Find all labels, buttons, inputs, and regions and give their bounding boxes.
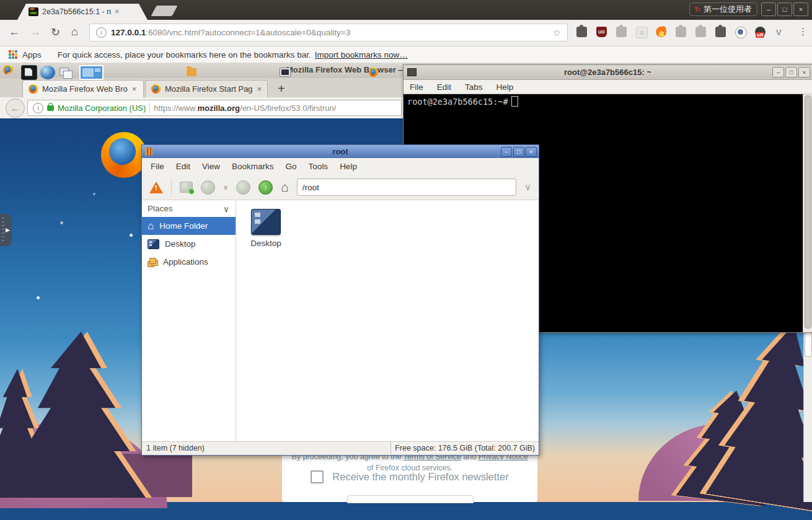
desktop-icon <box>148 239 159 249</box>
iconify-windows-icon[interactable] <box>58 66 73 79</box>
menu-launcher-icon[interactable] <box>3 66 18 79</box>
window-minimize-button[interactable]: – <box>761 2 776 16</box>
file-item-desktop[interactable]: Desktop <box>246 209 286 248</box>
terminal-scrollbar[interactable] <box>803 94 812 332</box>
extension-puzzle-icon-5[interactable] <box>715 27 726 37</box>
terminal-scrollbar-thumb[interactable] <box>805 95 811 328</box>
newsletter-label: Receive the monthly Firefox newsletter <box>332 471 508 483</box>
fm-statusbar: 1 item (7 hidden) Free space: 176.5 GiB … <box>142 441 539 454</box>
fm-path-input[interactable]: /root <box>297 178 516 196</box>
chrome-url-bar[interactable]: i 127.0.0.1:6080/vnc.html?autoconnect=1&… <box>89 24 568 42</box>
apps-grid-icon[interactable] <box>9 50 17 59</box>
chrome-menu-icon[interactable]: ⋮ <box>798 26 808 37</box>
fm-title: root <box>142 147 539 156</box>
expand-arrow-icon: ▶ <box>6 227 10 233</box>
workspace-1[interactable] <box>79 65 104 80</box>
sidebar-item-desktop[interactable]: Desktop <box>142 235 236 253</box>
user-badge-icon: ↻ <box>695 6 700 14</box>
firefox-new-tab-icon[interactable]: + <box>278 82 285 96</box>
extension-puzzle-icon-2[interactable] <box>616 27 627 37</box>
history-chevron-icon[interactable]: ∨ <box>223 183 228 192</box>
extension-puzzle-icon-3[interactable] <box>676 27 686 37</box>
fm-menu-view[interactable]: View <box>202 162 220 171</box>
terminal-titlebar[interactable]: root@2e3a7b566c15: ~ – □ × <box>404 65 812 80</box>
fm-menu-help[interactable]: Help <box>340 162 357 171</box>
novnc-control-handle[interactable]: ▶ <box>0 214 12 246</box>
firefox-back-button[interactable]: ← <box>6 99 25 118</box>
extension-puzzle-icon-4[interactable] <box>695 27 706 37</box>
terminal-menu-edit[interactable]: Edit <box>437 82 451 92</box>
firefox-tab-1[interactable]: Mozilla Firefox Web Bro × <box>22 80 144 97</box>
form-submit-button[interactable] <box>347 495 474 503</box>
home-icon[interactable]: ⌂ <box>71 25 78 38</box>
terminal-menu-file[interactable]: File <box>410 82 423 92</box>
folder-icon <box>187 68 196 76</box>
firefox-logo <box>101 132 147 178</box>
bookmark-star-icon[interactable]: ☆ <box>553 27 561 38</box>
firefox-tab-2[interactable]: Mozilla Firefox Start Pag × <box>145 80 268 97</box>
warning-icon[interactable]: ! <box>149 182 163 193</box>
fm-menu-file[interactable]: File <box>151 162 164 171</box>
chrome-tab-vnc[interactable]: VNC 2e3a7b566c15:1 - n × <box>17 4 148 20</box>
firefox-favicon <box>151 84 161 94</box>
terminal-minimize-button[interactable]: – <box>772 67 784 77</box>
terminal-cursor <box>511 96 518 107</box>
fm-menu-edit[interactable]: Edit <box>176 162 190 171</box>
sidebar-item-home[interactable]: ⌂ Home Folder <box>142 217 236 235</box>
terminal-close-button[interactable]: × <box>798 67 810 77</box>
fm-menu-tools[interactable]: Tools <box>309 162 329 171</box>
url-rest: :6080/vnc.html?autoconnect=1&autoscale=0… <box>146 28 350 37</box>
page-info-icon[interactable]: i <box>96 27 107 38</box>
star-dot <box>60 221 63 224</box>
reload-icon[interactable]: ↻ <box>51 25 60 39</box>
folder-desktop-icon <box>251 209 281 235</box>
session-user-badge[interactable]: ↻ 第一位使用者 <box>689 2 757 16</box>
page-scrollbar-thumb[interactable] <box>805 332 812 357</box>
identity-label[interactable]: Mozilla Corporation (US) <box>58 104 146 113</box>
fm-file-view[interactable]: Desktop <box>236 200 539 441</box>
file-manager-launcher-icon[interactable] <box>21 65 37 80</box>
nav-back-icon <box>201 180 215 195</box>
fm-menu-bookmarks[interactable]: Bookmarks <box>232 162 274 171</box>
fm-titlebar[interactable]: root – □ × <box>142 145 539 158</box>
bookmarks-bar: Apps For quick access, place your bookma… <box>0 46 812 63</box>
go-home-icon[interactable]: ⌂ <box>281 180 289 195</box>
firefox-url-bar[interactable]: i Mozilla Corporation (US) https://www.m… <box>27 100 402 116</box>
side-pane-icon[interactable]: ∨ <box>524 182 531 193</box>
star-dot <box>93 193 95 195</box>
terminal-maximize-button[interactable]: □ <box>785 67 797 77</box>
extension-puzzle-icon-1[interactable] <box>576 27 587 37</box>
newsletter-checkbox[interactable] <box>311 470 324 483</box>
tab-close-icon[interactable]: × <box>257 84 262 94</box>
nav-up-icon[interactable]: ↑ <box>258 180 273 195</box>
bookmarks-hint: For quick access, place your bookmarks h… <box>58 50 311 59</box>
import-bookmarks-link[interactable]: Import bookmarks now… <box>315 50 408 59</box>
extension-flame-icon[interactable] <box>655 26 667 38</box>
sidebar-item-applications[interactable]: Applications <box>142 253 236 271</box>
fm-menu-go[interactable]: Go <box>286 162 297 171</box>
fm-sidebar: Places∨ ⌂ Home Folder Desktop Applicatio… <box>142 200 236 441</box>
extension-grid-icon[interactable]: ⊞ <box>636 27 648 38</box>
terminal-menu-help[interactable]: Help <box>496 82 514 92</box>
window-maximize-button[interactable]: □ <box>777 2 792 16</box>
back-icon[interactable]: ← <box>9 25 20 38</box>
extension-proxy-icon[interactable]: off <box>755 27 766 37</box>
fm-free-space: Free space: 176.5 GiB (Total: 200.7 GiB) <box>391 442 539 454</box>
places-selector[interactable]: Places∨ <box>142 200 236 217</box>
ublock-origin-icon[interactable]: UO <box>596 27 607 37</box>
tab-close-icon[interactable]: × <box>132 84 137 94</box>
chrome-new-tab-button[interactable] <box>151 6 177 16</box>
user-badge-label: 第一位使用者 <box>704 4 752 15</box>
home-icon: ⌂ <box>148 220 154 232</box>
forward-icon: → <box>30 25 41 38</box>
newsletter-row: Receive the monthly Firefox newsletter <box>282 470 537 483</box>
info-icon[interactable]: i <box>33 103 43 113</box>
apps-label[interactable]: Apps <box>22 50 42 59</box>
chrome-tab-close-icon[interactable]: × <box>115 7 119 16</box>
extension-bubble-icon[interactable] <box>735 27 747 38</box>
browser-launcher-icon[interactable] <box>40 66 55 79</box>
url-host: 127.0.0.1 <box>111 28 146 37</box>
window-close-button[interactable]: × <box>793 2 808 16</box>
terminal-menu-tabs[interactable]: Tabs <box>465 82 483 92</box>
extension-overflow-icon[interactable]: V <box>776 28 782 37</box>
